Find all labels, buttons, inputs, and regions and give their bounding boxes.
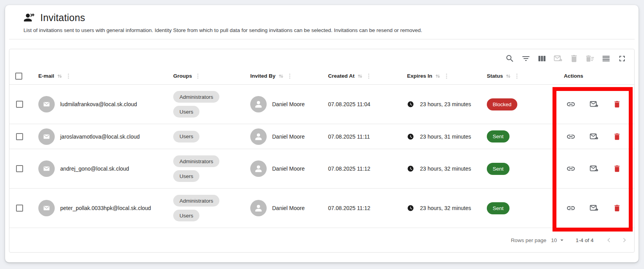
rows-per-page-select[interactable]: 10 — [551, 237, 565, 244]
sort-icon[interactable] — [435, 73, 441, 79]
group-chip: Administrators — [173, 155, 219, 167]
card-header: Invitations List of invitations sent to … — [5, 5, 639, 33]
resend-invitation-button[interactable] — [589, 132, 599, 142]
resend-selected-icon[interactable] — [553, 53, 563, 64]
expires-in-text: 23 hours, 32 minutes — [420, 166, 471, 172]
column-menu-icon[interactable] — [287, 73, 292, 79]
column-menu-icon[interactable] — [66, 73, 71, 79]
clock-icon — [407, 165, 414, 172]
table-toolbar — [9, 49, 634, 68]
page-title: Invitations — [40, 12, 85, 23]
page-description: List of invitations sent to users with g… — [23, 27, 629, 33]
user-avatar — [250, 96, 267, 112]
column-menu-icon[interactable] — [366, 73, 371, 79]
status-badge: Sent — [487, 202, 509, 214]
column-header-groups: Groups — [173, 73, 192, 79]
resend-invitation-button[interactable] — [589, 164, 599, 174]
copy-link-button[interactable] — [566, 164, 576, 174]
resend-invitation-button[interactable] — [589, 99, 599, 109]
email-avatar — [38, 96, 55, 112]
column-header-created-at: Created At — [328, 73, 355, 79]
user-avatar — [250, 128, 267, 145]
next-page-button[interactable] — [619, 235, 630, 245]
created-at-text: 07.08.2025 11:04 — [328, 101, 370, 107]
sort-icon[interactable] — [505, 73, 511, 79]
rows-per-page-value: 10 — [551, 237, 557, 243]
user-avatar — [250, 200, 267, 216]
row-checkbox[interactable] — [16, 165, 23, 172]
filter-icon[interactable] — [521, 53, 531, 64]
table-row: andrej_gono@local.sk.cloud Administrator… — [9, 149, 634, 189]
email-avatar — [38, 128, 55, 145]
delete-invitation-button[interactable] — [612, 99, 622, 109]
invited-by-name: Daniel Moore — [272, 205, 305, 211]
columns-icon[interactable] — [537, 53, 547, 64]
email-text: ludmilafrankova@local.sk.cloud — [60, 101, 137, 107]
expires-in-text: 23 hours, 31 minutes — [420, 134, 471, 140]
email-avatar — [38, 200, 55, 216]
email-text: jaroslavamotlova@local.sk.cloud — [60, 134, 140, 140]
column-header-invited-by: Invited By — [250, 73, 276, 79]
copy-link-button[interactable] — [566, 99, 576, 109]
column-header-status: Status — [487, 73, 503, 79]
header-divider — [9, 39, 635, 39]
row-checkbox[interactable] — [16, 133, 23, 140]
fullscreen-icon[interactable] — [617, 53, 627, 64]
expires-in-text: 23 hours, 32 minutes — [420, 205, 471, 211]
search-icon[interactable] — [505, 53, 515, 64]
column-header-expires-in: Expires In — [407, 73, 432, 79]
copy-link-button[interactable] — [566, 132, 576, 142]
invitations-table: E-mail Groups Invited By Created At Expi… — [9, 49, 635, 253]
delete-invitation-button[interactable] — [612, 132, 622, 142]
select-all-checkbox[interactable] — [15, 73, 22, 80]
group-chip: Users — [173, 210, 199, 221]
email-avatar — [38, 160, 55, 177]
pagination-range: 1-4 of 4 — [576, 237, 594, 243]
status-badge: Sent — [487, 163, 509, 175]
group-chip: Users — [173, 106, 199, 118]
invited-by-name: Daniel Moore — [272, 134, 305, 140]
created-at-text: 07.08.2025 11:12 — [328, 166, 370, 172]
sort-icon[interactable] — [357, 73, 363, 79]
person-add-icon — [23, 12, 35, 23]
row-checkbox[interactable] — [16, 205, 23, 212]
copy-link-button[interactable] — [566, 203, 576, 213]
table-row: jaroslavamotlova@local.sk.cloud Users Da… — [9, 124, 634, 149]
clock-icon — [407, 205, 414, 212]
density-icon[interactable] — [601, 53, 611, 64]
column-menu-icon[interactable] — [444, 73, 449, 79]
delete-invitation-button[interactable] — [612, 164, 622, 174]
delete-invitation-button[interactable] — [612, 203, 622, 213]
status-badge: Sent — [487, 130, 509, 143]
group-chip: Administrators — [173, 91, 219, 103]
row-checkbox[interactable] — [16, 101, 23, 108]
table-row: peter_pollak.0033hpk@local.sk.cloud Admi… — [9, 189, 634, 228]
resend-invitation-button[interactable] — [589, 203, 599, 213]
caret-down-icon — [558, 237, 565, 244]
created-at-text: 07.08.2025 11:11 — [328, 134, 370, 140]
table-row: ludmilafrankova@local.sk.cloud Administr… — [9, 85, 634, 124]
expires-in-text: 23 hours, 23 minutes — [420, 101, 471, 107]
email-text: peter_pollak.0033hpk@local.sk.cloud — [60, 205, 151, 211]
rows-per-page-label: Rows per page — [511, 237, 546, 243]
invited-by-name: Daniel Moore — [272, 166, 305, 172]
table-footer: Rows per page 10 1-4 of 4 — [9, 228, 634, 252]
column-menu-icon[interactable] — [514, 73, 520, 79]
user-avatar — [250, 160, 267, 177]
email-text: andrej_gono@local.sk.cloud — [60, 166, 129, 172]
invited-by-name: Daniel Moore — [272, 101, 305, 107]
column-header-email: E-mail — [38, 73, 54, 79]
delete-sweep-icon[interactable] — [585, 53, 595, 64]
clock-icon — [407, 101, 414, 108]
table-header-row: E-mail Groups Invited By Created At Expi… — [9, 68, 634, 85]
created-at-text: 07.08.2025 11:12 — [328, 205, 370, 211]
invitations-card: Invitations List of invitations sent to … — [5, 5, 639, 262]
group-chip: Users — [173, 131, 199, 143]
delete-selected-icon[interactable] — [569, 53, 579, 64]
previous-page-button[interactable] — [604, 235, 614, 245]
clock-icon — [407, 133, 414, 140]
sort-icon[interactable] — [57, 73, 63, 79]
column-menu-icon[interactable] — [195, 73, 201, 79]
sort-icon[interactable] — [278, 73, 284, 79]
status-badge: Blocked — [487, 98, 517, 110]
